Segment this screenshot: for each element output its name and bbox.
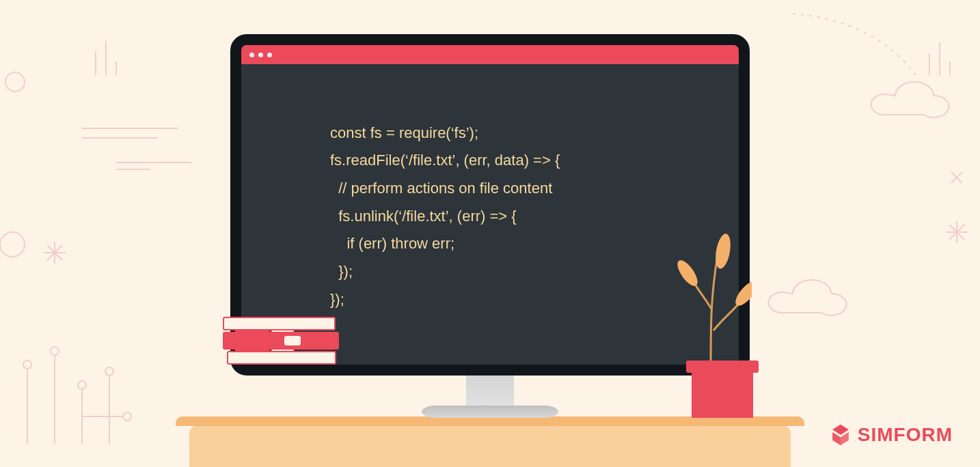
window-dot [249,53,254,57]
book [227,351,336,365]
svg-point-33 [732,278,752,309]
svg-point-20 [123,412,131,421]
plant-icon [670,228,752,371]
code-line: fs.readFile(‘/file.txt’, (err, data) => … [330,152,560,169]
plant-pot [692,370,753,418]
code-line: }); [330,291,344,308]
brand-logo: SIMFORM [829,423,953,447]
svg-point-18 [78,381,86,389]
books-stack [223,369,346,418]
code-line: fs.unlink(‘/file.txt’, (err) => { [330,208,517,225]
book [223,317,336,330]
code-editor: const fs = require(‘fs’); fs.readFile(‘/… [241,64,739,314]
desk-edge [176,416,804,426]
window-titlebar [241,45,739,64]
simform-logo-icon [829,423,852,447]
svg-point-34 [674,257,701,289]
window-dot [267,53,272,57]
code-line: // perform actions on file content [330,180,552,197]
svg-point-14 [23,360,31,369]
svg-point-22 [105,367,113,376]
svg-point-16 [51,347,59,355]
svg-point-0 [5,72,25,91]
window-dot [258,53,263,57]
desk [189,426,791,467]
code-line: const fs = require(‘fs’); [330,124,478,141]
brand-name: SIMFORM [858,424,953,446]
monitor-stand-base [422,406,558,418]
svg-point-1 [0,232,25,257]
code-line: }); [330,263,353,280]
code-line: if (err) throw err; [330,235,454,252]
book [223,332,339,350]
